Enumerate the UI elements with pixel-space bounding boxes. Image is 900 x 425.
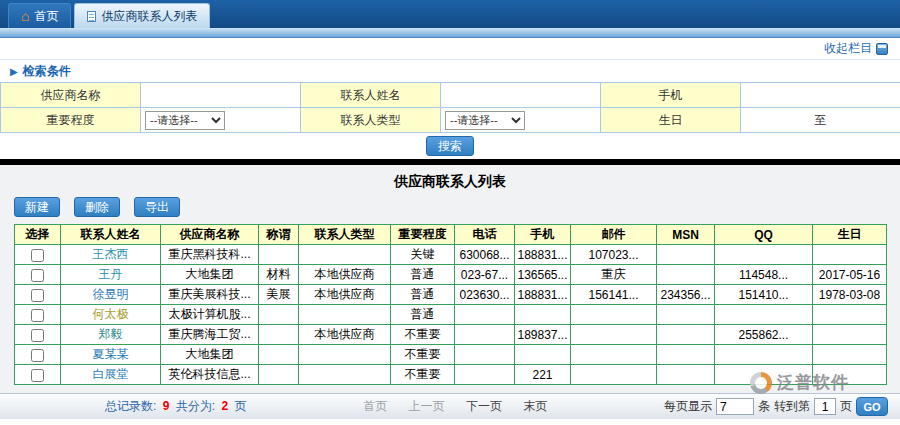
- cell-phone: [455, 325, 515, 345]
- cell-phone: 023-67...: [455, 265, 515, 285]
- tab-supplier-contact-list[interactable]: 供应商联系人列表: [74, 3, 210, 28]
- last-page-link[interactable]: 末页: [523, 399, 547, 413]
- list-section: 供应商联系人列表 新建 删除 导出 选择联系人姓名供应商名称称谓联系人类型重要程…: [0, 165, 900, 419]
- tabbar-gradient-strip: [0, 28, 900, 38]
- cell-qq: [715, 245, 813, 265]
- mobile-label: 手机: [601, 83, 741, 108]
- cell-phone: 630068...: [455, 245, 515, 265]
- cell-title: [259, 345, 299, 365]
- mobile-input[interactable]: [745, 86, 893, 105]
- pages-unit-label: 页: [234, 399, 246, 413]
- cell-supplier: 重庆黑科技科...: [161, 245, 259, 265]
- row-select-checkbox[interactable]: [31, 289, 44, 302]
- search-form: 供应商名称 联系人姓名 手机 重要程度 --请选择-- 联系人类型 --请选择-…: [0, 82, 900, 133]
- birthday-start-input[interactable]: [755, 111, 811, 129]
- row-select-checkbox[interactable]: [31, 329, 44, 342]
- section-arrow-icon: ▶: [10, 66, 18, 77]
- cell-contact-name: 王丹: [61, 265, 161, 285]
- cell-importance: 不重要: [391, 345, 455, 365]
- column-header-10: QQ: [715, 225, 813, 245]
- goto-label: 转到第: [774, 398, 810, 415]
- cell-birthday: [813, 345, 887, 365]
- cell-supplier: 重庆腾海工贸...: [161, 325, 259, 345]
- contact-name-link[interactable]: 夏某某: [93, 347, 129, 361]
- cell-title: [259, 305, 299, 325]
- cell-phone: [455, 365, 515, 385]
- goto-unit-label: 页: [840, 398, 852, 415]
- row-select-checkbox[interactable]: [31, 269, 44, 282]
- contact-name-link[interactable]: 何太极: [93, 307, 129, 321]
- contact-name-input[interactable]: [445, 86, 593, 105]
- cell-mobile: 189837...: [515, 325, 571, 345]
- column-header-7: 手机: [515, 225, 571, 245]
- table-row: 郑毅重庆腾海工贸...本地供应商不重要189837...255862...: [15, 325, 887, 345]
- per-page-label: 每页显示: [664, 398, 712, 415]
- table-row: 徐昱明重庆美展科技...美展本地供应商普通023630...188831...1…: [15, 285, 887, 305]
- export-button[interactable]: 导出: [134, 197, 180, 217]
- row-select-checkbox[interactable]: [31, 369, 44, 382]
- cell-contact-name: 徐昱明: [61, 285, 161, 305]
- cell-birthday: [813, 365, 887, 385]
- column-header-5: 重要程度: [391, 225, 455, 245]
- home-icon: ⌂: [21, 9, 29, 23]
- cell-qq: 151410...: [715, 285, 813, 305]
- birthday-end-input[interactable]: [831, 111, 887, 129]
- contact-name-link[interactable]: 徐昱明: [93, 287, 129, 301]
- cell-qq: [715, 345, 813, 365]
- cell-supplier: 英伦科技信息...: [161, 365, 259, 385]
- page-size-input[interactable]: [716, 398, 754, 415]
- cell-title: [259, 325, 299, 345]
- go-button[interactable]: GO: [856, 397, 888, 416]
- new-button[interactable]: 新建: [14, 197, 60, 217]
- cell-importance: 普通: [391, 265, 455, 285]
- cell-select: [15, 285, 61, 305]
- collapse-column-link[interactable]: 收起栏目: [824, 40, 888, 57]
- cell-email: [571, 325, 657, 345]
- cell-mobile: [515, 305, 571, 325]
- goto-page-input[interactable]: [814, 398, 836, 415]
- cell-importance: 不重要: [391, 365, 455, 385]
- contact-name-link[interactable]: 王丹: [99, 267, 123, 281]
- cell-supplier: 大地集团: [161, 265, 259, 285]
- cell-select: [15, 305, 61, 325]
- first-page-link[interactable]: 首页: [363, 399, 387, 413]
- cell-email: 107023...: [571, 245, 657, 265]
- cell-select: [15, 265, 61, 285]
- cell-msn: [657, 305, 715, 325]
- collapse-icon: [876, 43, 888, 55]
- search-section-header: ▶ 检索条件: [0, 60, 900, 82]
- contact-name-link[interactable]: 郑毅: [99, 327, 123, 341]
- importance-select[interactable]: --请选择--: [145, 111, 225, 130]
- prev-page-link[interactable]: 上一页: [409, 399, 445, 413]
- birthday-label: 生日: [601, 108, 741, 133]
- total-records-label: 总记录数:: [105, 399, 156, 413]
- row-select-checkbox[interactable]: [31, 349, 44, 362]
- cell-contact-name: 夏某某: [61, 345, 161, 365]
- cell-birthday: [813, 325, 887, 345]
- delete-button[interactable]: 删除: [74, 197, 120, 217]
- row-select-checkbox[interactable]: [31, 309, 44, 322]
- total-pages-value: 2: [221, 399, 228, 413]
- cell-type: [299, 305, 391, 325]
- cell-mobile: [515, 345, 571, 365]
- cell-title: 美展: [259, 285, 299, 305]
- cell-phone: 023630...: [455, 285, 515, 305]
- search-button[interactable]: 搜索: [426, 136, 474, 156]
- supplier-name-input[interactable]: [145, 86, 293, 105]
- column-header-2: 供应商名称: [161, 225, 259, 245]
- cell-msn: [657, 245, 715, 265]
- birthday-to-label: 至: [815, 112, 827, 129]
- cell-email: [571, 345, 657, 365]
- contact-name-link[interactable]: 白展堂: [93, 367, 129, 381]
- tab-home[interactable]: ⌂ 首页: [8, 3, 71, 28]
- row-select-checkbox[interactable]: [31, 249, 44, 262]
- contact-type-select[interactable]: --请选择--: [445, 111, 525, 130]
- next-page-link[interactable]: 下一页: [466, 399, 502, 413]
- cell-phone: [455, 305, 515, 325]
- cell-contact-name: 何太极: [61, 305, 161, 325]
- contact-table: 选择联系人姓名供应商名称称谓联系人类型重要程度电话手机邮件MSNQQ生日王杰西重…: [14, 224, 887, 385]
- contact-name-link[interactable]: 王杰西: [93, 247, 129, 261]
- cell-email: 156141...: [571, 285, 657, 305]
- search-section-title: 检索条件: [23, 63, 71, 80]
- contact-type-label: 联系人类型: [301, 108, 441, 133]
